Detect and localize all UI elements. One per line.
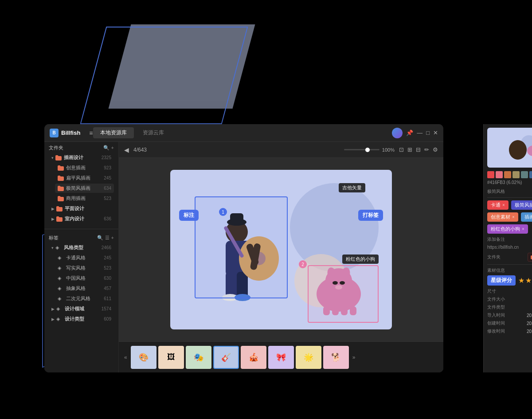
swatch-5[interactable]	[521, 171, 528, 178]
folder-flat[interactable]: 扁平风插画 245	[55, 173, 114, 183]
tags-display: 卡通 × 极简风插画 ×	[487, 200, 532, 210]
annotation-dot-1: 1	[219, 208, 227, 216]
folder-search-btn[interactable]: 🔍	[103, 145, 110, 151]
tag-dog-chip[interactable]: 粉红色的小狗 ×	[487, 224, 528, 234]
tag-group-design-type[interactable]: ▶ ◈ 设计类型 609	[49, 314, 114, 324]
add-note-btn[interactable]: 添加备注	[487, 236, 532, 243]
tag-minimal-chip[interactable]: 极简风插画 ×	[511, 200, 532, 210]
pin-button[interactable]: 📌	[406, 129, 413, 136]
tag-cartoon-remove[interactable]: ×	[502, 203, 505, 208]
tag-chinese[interactable]: ◈ 中国风格 630	[55, 274, 114, 283]
tag-section-header: 标签 🔍 ☰ +	[49, 235, 114, 241]
star-rating-row: 星级评分 ★ ★ ★ ★ ★	[487, 275, 532, 286]
tag-icon-realistic: ◈	[58, 265, 64, 271]
star-2[interactable]: ★	[525, 276, 532, 285]
maximize-button[interactable]: □	[426, 129, 430, 136]
folder-commercial[interactable]: 商用插画 523	[55, 194, 114, 203]
tag-group-design-field[interactable]: ▶ ◈ 设计领域 1574	[49, 304, 114, 313]
tab-local[interactable]: 本地资源库	[93, 127, 134, 138]
tag-cartoon-chip[interactable]: 卡通 ×	[487, 200, 509, 210]
chevron-style: ▾	[51, 246, 54, 250]
thumb-5[interactable]: 🎪	[241, 346, 266, 369]
folder-icon-minimal	[58, 186, 64, 191]
tag-group-style[interactable]: ▾ ◈ 风格类型 2466	[49, 243, 114, 252]
tag-group-style-label: 风格类型	[64, 244, 102, 251]
tag-group-type-count: 609	[104, 317, 111, 321]
tag-list-btn[interactable]: ☰	[105, 235, 110, 241]
tag-realistic-label: 写实风格	[66, 265, 104, 271]
style-category-label: 极简风格	[487, 188, 532, 195]
right-panel: #416FB3 (6.02%) 极简风格 卡通 × 极简风插画 × 创意素材 ×…	[483, 124, 532, 372]
folder-add-btn[interactable]: +	[111, 145, 114, 151]
tag-add-btn[interactable]: +	[111, 235, 114, 241]
tag-cartoon-count: 245	[104, 255, 111, 260]
filmstrip-next[interactable]: »	[351, 354, 357, 360]
file-size-key: 文件大小	[487, 296, 505, 302]
folder-section-title[interactable]: 文件夹	[49, 145, 63, 151]
tag-cartoon-chip-label: 卡通	[491, 202, 501, 208]
create-time-key: 创建时间	[487, 320, 505, 326]
swatch-6[interactable]	[529, 171, 532, 178]
user-avatar[interactable]	[392, 128, 403, 138]
swatch-1[interactable]	[487, 171, 494, 178]
thumb-4[interactable]: 🎸	[213, 346, 239, 369]
folder-creative[interactable]: 创意插画 923	[55, 163, 114, 172]
main-content: ◀ 4/643 100% ⊡ ⊞ ⊟ ✏ ⚙	[119, 142, 443, 372]
tag-abstract[interactable]: ◈ 抽象风格 457	[55, 284, 114, 293]
selection-box-main[interactable]	[195, 196, 288, 298]
folder-tag[interactable]: 极简风插画	[528, 253, 532, 262]
tag-button[interactable]: 打标签	[358, 210, 383, 221]
group-interior[interactable]: ▶ 室内设计 636	[49, 214, 114, 223]
thumb-7[interactable]: 🌟	[296, 346, 321, 369]
minimize-button[interactable]: —	[417, 129, 422, 136]
stars-display[interactable]: ★ ★ ★ ★ ★	[518, 276, 532, 285]
group-graphic[interactable]: ▶ 平面设计	[49, 204, 114, 213]
thumb-6[interactable]: 🎀	[268, 346, 294, 369]
swatch-4[interactable]	[512, 171, 520, 178]
close-button[interactable]: ✕	[433, 129, 438, 136]
star-1[interactable]: ★	[518, 276, 524, 285]
tag-creative-remove[interactable]: ×	[512, 215, 515, 219]
folder-minimal[interactable]: 极简风插画 634	[55, 184, 114, 193]
tag-chinese-count: 630	[104, 276, 111, 281]
thumb-1[interactable]: 🎨	[131, 346, 156, 369]
grid-icon[interactable]: ⊞	[407, 146, 412, 153]
bg-decoration-border	[80, 27, 248, 124]
back-button[interactable]: ◀	[124, 146, 129, 153]
split-icon[interactable]: ⊟	[416, 146, 421, 153]
folder-minimal-count: 634	[104, 186, 111, 191]
tag-cartoon[interactable]: ◈ 卡通风格 245	[55, 253, 114, 262]
fit-icon[interactable]: ⊡	[399, 146, 404, 153]
swatch-2[interactable]	[496, 171, 503, 178]
swatch-3[interactable]	[504, 171, 511, 178]
slider-thumb[interactable]	[365, 148, 370, 152]
tag-illustration-chip[interactable]: 插画设计 ×	[521, 212, 532, 222]
create-time-val: 2022-04-09 23:02	[527, 321, 532, 326]
import-time-val: 2022-07-11 09:21	[527, 313, 532, 318]
tooltip-guitar: 吉他矢量	[339, 183, 365, 192]
annotation-bubble[interactable]: 标注	[179, 210, 199, 221]
pink-selection-box[interactable]	[308, 265, 379, 323]
tag-creative-chip[interactable]: 创意素材 ×	[487, 212, 518, 222]
hamburger-menu[interactable]: ≡	[89, 129, 93, 137]
slider-track[interactable]	[344, 149, 379, 150]
tag-realistic[interactable]: ◈ 写实风格 523	[55, 263, 114, 273]
filmstrip-prev[interactable]: «	[122, 354, 129, 360]
thumb-3[interactable]: 🎭	[186, 346, 211, 369]
tag-anime[interactable]: ◈ 二次元风格 611	[55, 294, 114, 303]
annotate-icon[interactable]: ✏	[424, 146, 429, 153]
tag-section-title[interactable]: 标签	[49, 235, 59, 241]
tab-cloud[interactable]: 资源云库	[136, 127, 171, 138]
tag-search-btn[interactable]: 🔍	[97, 235, 103, 241]
folder-icon-commercial	[58, 196, 64, 201]
tag-dog-remove[interactable]: ×	[522, 227, 524, 231]
settings-icon[interactable]: ⚙	[433, 146, 438, 153]
tag-chinese-label: 中国风格	[66, 275, 104, 282]
thumb-img-2: 🖼	[159, 347, 183, 368]
size-key: 尺寸	[487, 288, 496, 294]
group-illustration[interactable]: ▾ 插画设计 2325	[49, 153, 114, 162]
star-rating-label[interactable]: 星级评分	[487, 275, 516, 286]
thumb-8[interactable]: 🐕	[323, 346, 349, 369]
illustration-canvas[interactable]: 标注 1 吉他矢量 2 粉红色的小狗 打标签	[170, 170, 392, 329]
thumb-2[interactable]: 🖼	[158, 346, 184, 369]
